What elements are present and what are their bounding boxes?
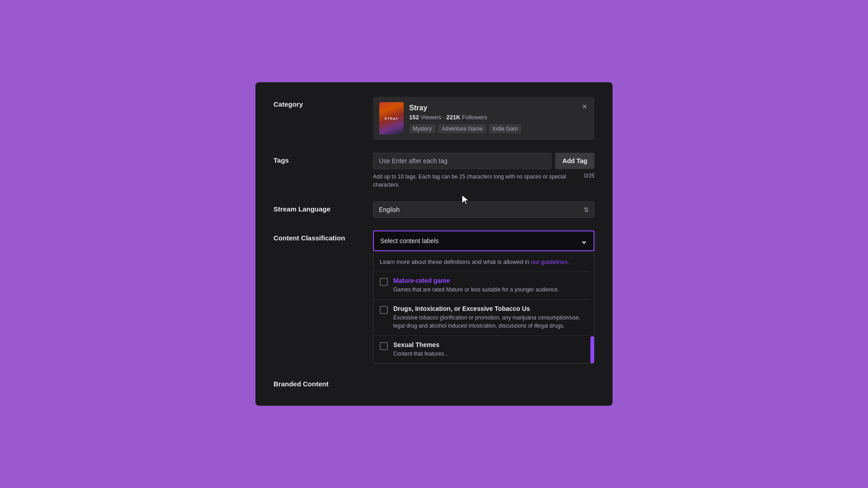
game-tags: Mystery Adventure Game Indie Gam	[409, 124, 588, 133]
stream-language-section: Stream Language English Spanish French G…	[274, 202, 594, 218]
game-card: STRAY Stray 152 Viewers · 221K Followers…	[373, 97, 594, 140]
language-select[interactable]: English Spanish French German Portuguese…	[373, 202, 594, 218]
modal: Category STRAY Stray 152 Viewers · 221K …	[255, 82, 613, 406]
close-button[interactable]: ×	[579, 101, 590, 112]
game-tag-mystery: Mystery	[409, 124, 435, 133]
checkbox-item-mature: Mature-rated game Games that are rated M…	[373, 272, 594, 300]
tags-section: Tags Add Tag Add up to 10 tags. Each tag…	[274, 153, 594, 189]
language-select-wrapper: English Spanish French German Portuguese…	[373, 202, 594, 218]
tags-label: Tags	[274, 153, 373, 164]
content-classification-label: Content Classification	[274, 230, 373, 242]
drugs-text: Drugs, Intoxication, or Excessive Tobacc…	[393, 305, 588, 330]
content-classification-section: Content Classification Select content la…	[274, 230, 594, 364]
sexual-desc: Content that features...	[393, 350, 448, 358]
checkbox-item-drugs: Drugs, Intoxication, or Excessive Tobacc…	[373, 300, 594, 336]
followers-count: 221K	[446, 114, 460, 121]
scroll-indicator	[590, 251, 594, 363]
stray-logo-text: STRAY	[384, 117, 398, 121]
category-content: STRAY Stray 152 Viewers · 221K Followers…	[373, 97, 594, 140]
branded-content-label: Branded Content	[274, 376, 373, 388]
tags-content: Add Tag Add up to 10 tags. Each tag can …	[373, 153, 594, 189]
sexual-checkbox[interactable]	[380, 342, 388, 350]
tags-count: 0/25	[584, 173, 594, 179]
dropdown-scroll[interactable]: Mature-rated game Games that are rated M…	[373, 272, 594, 363]
game-info: Stray 152 Viewers · 221K Followers Myste…	[409, 104, 588, 133]
content-classification-placeholder: Select content labels	[380, 237, 439, 244]
drugs-title: Drugs, Intoxication, or Excessive Tobacc…	[393, 305, 588, 312]
game-tag-adventure: Adventure Game	[438, 124, 486, 133]
sexual-title: Sexual Themes	[393, 341, 448, 348]
scroll-thumb	[590, 336, 594, 363]
checkbox-item-sexual: Sexual Themes Content that features...	[373, 336, 594, 363]
tags-input-row: Add Tag	[373, 153, 594, 169]
category-label: Category	[274, 97, 373, 108]
viewers-count: 152	[409, 114, 419, 121]
dropdown-info: Learn more about these definitions and w…	[373, 251, 594, 272]
tags-help: Add up to 10 tags. Each tag can be 25 ch…	[373, 173, 594, 189]
separator: ·	[443, 114, 445, 121]
drugs-desc: Excessive tobacco glorification or promo…	[393, 314, 588, 330]
add-tag-button[interactable]: Add Tag	[555, 153, 594, 169]
game-stats: 152 Viewers · 221K Followers	[409, 114, 588, 121]
mature-text: Mature-rated game Games that are rated M…	[393, 277, 559, 294]
tags-help-text: Add up to 10 tags. Each tag can be 25 ch…	[373, 173, 579, 189]
sexual-text: Sexual Themes Content that features...	[393, 341, 448, 358]
branded-content-section: Branded Content	[274, 376, 594, 388]
category-section: Category STRAY Stray 152 Viewers · 221K …	[274, 97, 594, 140]
guidelines-link[interactable]: our guidelines.	[531, 258, 570, 265]
content-classification-dropdown: Learn more about these definitions and w…	[373, 251, 594, 364]
chevron-down-icon: ⌄	[580, 236, 587, 246]
game-thumbnail: STRAY	[379, 102, 404, 135]
stream-language-label: Stream Language	[274, 202, 373, 213]
followers-label: Followers	[462, 114, 487, 121]
mature-title: Mature-rated game	[393, 277, 559, 284]
game-tag-indie: Indie Gam	[489, 124, 521, 133]
mature-desc: Games that are rated Mature or less suit…	[393, 286, 559, 294]
tags-input[interactable]	[373, 153, 552, 169]
game-title: Stray	[409, 104, 588, 112]
mature-checkbox[interactable]	[380, 278, 388, 286]
stream-language-content: English Spanish French German Portuguese…	[373, 202, 594, 218]
drugs-checkbox[interactable]	[380, 306, 388, 314]
content-classification-content: Select content labels ⌄ Learn more about…	[373, 230, 594, 364]
viewers-label: Viewers	[420, 114, 441, 121]
content-classification-button[interactable]: Select content labels ⌄	[373, 230, 594, 251]
